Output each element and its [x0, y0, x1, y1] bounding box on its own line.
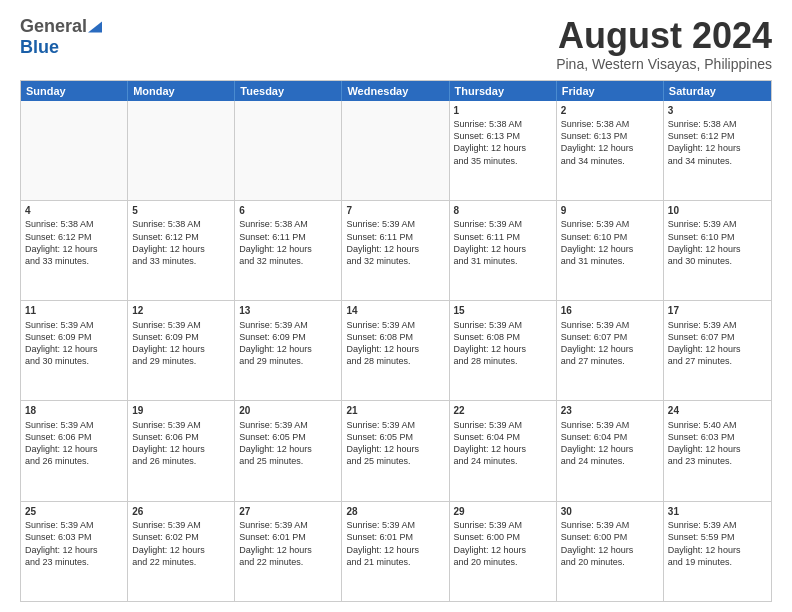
day-text: Sunset: 6:12 PM [132, 231, 230, 243]
day-text: Sunrise: 5:38 AM [25, 218, 123, 230]
calendar-row: 25Sunrise: 5:39 AMSunset: 6:03 PMDayligh… [21, 501, 771, 601]
day-number: 27 [239, 505, 337, 519]
day-text: Daylight: 12 hours [454, 443, 552, 455]
day-text: Sunset: 5:59 PM [668, 531, 767, 543]
day-text: and 28 minutes. [454, 355, 552, 367]
day-number: 10 [668, 204, 767, 218]
calendar-cell [342, 101, 449, 200]
day-text: Sunset: 6:03 PM [668, 431, 767, 443]
day-text: Sunset: 6:03 PM [25, 531, 123, 543]
day-text: Sunset: 6:09 PM [132, 331, 230, 343]
day-text: Daylight: 12 hours [25, 243, 123, 255]
day-text: Daylight: 12 hours [668, 443, 767, 455]
page: General Blue August 2024 Pina, Western V… [0, 0, 792, 612]
calendar-cell: 13Sunrise: 5:39 AMSunset: 6:09 PMDayligh… [235, 301, 342, 400]
day-text: and 32 minutes. [346, 255, 444, 267]
calendar-cell: 7Sunrise: 5:39 AMSunset: 6:11 PMDaylight… [342, 201, 449, 300]
calendar-cell: 12Sunrise: 5:39 AMSunset: 6:09 PMDayligh… [128, 301, 235, 400]
day-text: and 32 minutes. [239, 255, 337, 267]
day-text: Sunrise: 5:39 AM [346, 218, 444, 230]
day-text: Sunrise: 5:39 AM [454, 419, 552, 431]
calendar-cell: 25Sunrise: 5:39 AMSunset: 6:03 PMDayligh… [21, 502, 128, 601]
day-text: Sunset: 6:09 PM [239, 331, 337, 343]
calendar-cell [235, 101, 342, 200]
logo: General Blue [20, 16, 102, 58]
calendar-cell: 30Sunrise: 5:39 AMSunset: 6:00 PMDayligh… [557, 502, 664, 601]
day-text: Daylight: 12 hours [132, 443, 230, 455]
svg-marker-0 [88, 21, 102, 32]
day-number: 17 [668, 304, 767, 318]
calendar-cell: 28Sunrise: 5:39 AMSunset: 6:01 PMDayligh… [342, 502, 449, 601]
day-text: and 30 minutes. [25, 355, 123, 367]
day-text: Daylight: 12 hours [346, 243, 444, 255]
day-number: 28 [346, 505, 444, 519]
day-text: and 25 minutes. [346, 455, 444, 467]
calendar-cell [21, 101, 128, 200]
day-text: Sunset: 6:10 PM [561, 231, 659, 243]
day-number: 22 [454, 404, 552, 418]
header: General Blue August 2024 Pina, Western V… [20, 16, 772, 72]
day-text: and 21 minutes. [346, 556, 444, 568]
day-text: Sunset: 6:12 PM [668, 130, 767, 142]
day-text: Sunset: 6:02 PM [132, 531, 230, 543]
day-text: Sunrise: 5:39 AM [25, 519, 123, 531]
subtitle: Pina, Western Visayas, Philippines [556, 56, 772, 72]
day-number: 20 [239, 404, 337, 418]
calendar-header-cell: Sunday [21, 81, 128, 101]
day-number: 16 [561, 304, 659, 318]
day-number: 11 [25, 304, 123, 318]
day-text: Daylight: 12 hours [132, 243, 230, 255]
day-text: Daylight: 12 hours [561, 142, 659, 154]
day-number: 25 [25, 505, 123, 519]
day-text: and 28 minutes. [346, 355, 444, 367]
day-text: and 34 minutes. [668, 155, 767, 167]
calendar-cell: 15Sunrise: 5:39 AMSunset: 6:08 PMDayligh… [450, 301, 557, 400]
logo-general: General [20, 16, 87, 37]
day-text: Sunset: 6:01 PM [346, 531, 444, 543]
day-text: Sunset: 6:12 PM [25, 231, 123, 243]
day-text: Daylight: 12 hours [668, 142, 767, 154]
day-text: Sunset: 6:13 PM [454, 130, 552, 142]
day-number: 21 [346, 404, 444, 418]
day-text: Sunrise: 5:39 AM [561, 319, 659, 331]
day-text: Sunrise: 5:39 AM [668, 319, 767, 331]
day-text: Daylight: 12 hours [25, 443, 123, 455]
day-text: Sunrise: 5:39 AM [668, 519, 767, 531]
calendar-body: 1Sunrise: 5:38 AMSunset: 6:13 PMDaylight… [21, 101, 771, 601]
calendar-header-cell: Saturday [664, 81, 771, 101]
day-number: 15 [454, 304, 552, 318]
day-text: Daylight: 12 hours [454, 544, 552, 556]
day-text: Sunrise: 5:39 AM [239, 519, 337, 531]
day-text: Daylight: 12 hours [239, 443, 337, 455]
day-text: Sunrise: 5:39 AM [454, 519, 552, 531]
calendar-cell: 19Sunrise: 5:39 AMSunset: 6:06 PMDayligh… [128, 401, 235, 500]
day-text: Sunset: 6:11 PM [239, 231, 337, 243]
calendar-cell: 22Sunrise: 5:39 AMSunset: 6:04 PMDayligh… [450, 401, 557, 500]
day-text: and 35 minutes. [454, 155, 552, 167]
calendar-header: SundayMondayTuesdayWednesdayThursdayFrid… [21, 81, 771, 101]
day-text: and 25 minutes. [239, 455, 337, 467]
calendar-cell: 5Sunrise: 5:38 AMSunset: 6:12 PMDaylight… [128, 201, 235, 300]
day-text: Daylight: 12 hours [454, 343, 552, 355]
day-text: and 20 minutes. [561, 556, 659, 568]
day-text: Sunrise: 5:39 AM [346, 419, 444, 431]
day-text: Daylight: 12 hours [239, 544, 337, 556]
day-text: and 34 minutes. [561, 155, 659, 167]
calendar-cell: 17Sunrise: 5:39 AMSunset: 6:07 PMDayligh… [664, 301, 771, 400]
day-text: Sunrise: 5:39 AM [132, 319, 230, 331]
day-text: Sunrise: 5:38 AM [239, 218, 337, 230]
day-text: Sunset: 6:07 PM [668, 331, 767, 343]
day-text: Daylight: 12 hours [346, 343, 444, 355]
day-number: 24 [668, 404, 767, 418]
day-text: Daylight: 12 hours [668, 544, 767, 556]
day-text: Daylight: 12 hours [239, 343, 337, 355]
day-text: Sunrise: 5:39 AM [561, 419, 659, 431]
day-number: 14 [346, 304, 444, 318]
day-number: 9 [561, 204, 659, 218]
day-text: and 27 minutes. [668, 355, 767, 367]
day-number: 1 [454, 104, 552, 118]
day-number: 31 [668, 505, 767, 519]
calendar-cell: 29Sunrise: 5:39 AMSunset: 6:00 PMDayligh… [450, 502, 557, 601]
day-text: Sunset: 6:05 PM [239, 431, 337, 443]
day-text: Sunrise: 5:39 AM [346, 319, 444, 331]
